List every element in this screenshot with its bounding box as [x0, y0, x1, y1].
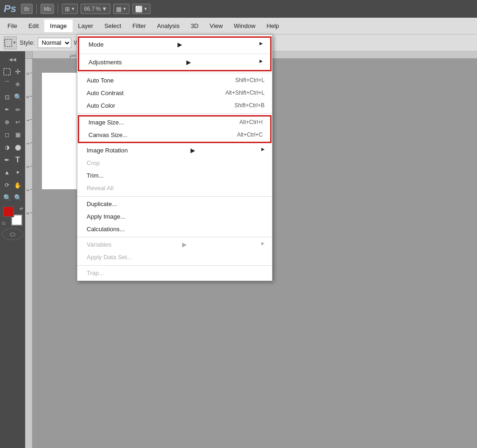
canvas-size-label: Canvas Size...: [89, 131, 128, 139]
screen-mode-icon[interactable]: ⬜ ▼: [132, 4, 150, 14]
title-bar: Ps Br Mb ⊞ ▼ 66.7 % ▼ ▦ ▼ ⬜ ▼: [0, 0, 477, 18]
3d-rotate-tool[interactable]: ⟳: [2, 179, 12, 191]
eyedropper-tool[interactable]: 🔍: [13, 91, 23, 103]
menu-item-apply-image[interactable]: Apply Image...: [77, 211, 272, 223]
menu-image[interactable]: Image: [44, 20, 72, 32]
tool-pair-9: ▲ ✦: [2, 166, 23, 179]
workspace-icon[interactable]: ▦ ▼: [113, 4, 129, 14]
zoom-tool[interactable]: 🔍: [2, 192, 12, 204]
ruler-corner: [25, 51, 33, 59]
clone-tool[interactable]: ⊕: [2, 116, 12, 128]
apply-data-set-label: Apply Data Set...: [87, 254, 132, 262]
separator-6: [77, 265, 272, 266]
menu-select[interactable]: Select: [99, 20, 127, 32]
tool-pair-7: ◑ ⬤: [2, 141, 23, 153]
layout-icon[interactable]: ⊞ ▼: [62, 4, 78, 14]
menu-item-apply-data-set: Apply Data Set...: [77, 251, 272, 264]
auto-tone-label: Auto Tone: [87, 77, 114, 85]
mini-bridge-button[interactable]: Mb: [41, 4, 54, 14]
tool-pair-2: ⌒ ✳: [2, 78, 23, 90]
menu-item-variables: Variables ▶: [77, 239, 272, 251]
zoom-percent: %: [95, 6, 101, 12]
menu-item-duplicate[interactable]: Duplicate...: [77, 198, 272, 211]
blur-tool[interactable]: ⬤: [13, 141, 23, 153]
menu-item-auto-color[interactable]: Auto Color Shift+Ctrl+B: [77, 100, 272, 112]
adjustments-label: Adjustments: [89, 59, 122, 67]
eraser-tool[interactable]: ◻: [2, 129, 12, 141]
pen-tool[interactable]: ✒: [2, 154, 12, 166]
dodge-tool[interactable]: ◑: [2, 141, 12, 153]
healing-tool[interactable]: ✒: [2, 103, 12, 116]
image-rotation-label: Image Rotation: [87, 147, 128, 155]
title-separator: [36, 4, 37, 14]
menu-file[interactable]: File: [2, 20, 23, 32]
trap-label: Trap...: [87, 269, 104, 277]
menu-item-auto-tone[interactable]: Auto Tone Shift+Ctrl+L: [77, 75, 272, 87]
menu-item-adjustments[interactable]: Adjustments ▶: [79, 56, 270, 69]
menu-item-trim[interactable]: Trim...: [77, 170, 272, 182]
menu-item-calculations[interactable]: Calculations...: [77, 223, 272, 236]
path-select-tool[interactable]: ▲: [2, 166, 12, 179]
tool-pair-5: ⊕ ↩: [2, 116, 23, 128]
marquee-tool[interactable]: [2, 66, 12, 78]
menu-item-image-rotation[interactable]: Image Rotation ▶: [77, 145, 272, 157]
menu-item-auto-contrast[interactable]: Auto Contrast Alt+Shift+Ctrl+L: [77, 87, 272, 100]
foreground-color-swatch[interactable]: [3, 206, 14, 217]
menu-analysis[interactable]: Analysis: [151, 20, 185, 32]
move-tool[interactable]: ✛: [13, 66, 23, 78]
trim-label: Trim...: [87, 172, 103, 180]
tool-pair-10: ⟳ ✋: [2, 179, 23, 191]
menu-item-mode[interactable]: Mode ▶: [79, 39, 270, 51]
bridge-button[interactable]: Br: [21, 4, 33, 14]
menu-filter[interactable]: Filter: [127, 20, 151, 32]
separator-4: [77, 196, 272, 197]
brush-tool[interactable]: ✏: [13, 103, 23, 116]
v-ruler-label-100: 1: [26, 119, 30, 121]
adjustments-arrow: ▶: [186, 59, 191, 67]
image-dropdown-menu: Mode ▶ Adjustments ▶ Auto Tone Shift+Ctr…: [77, 34, 273, 281]
tool-pair-8: ✒ T: [2, 154, 23, 166]
separator-2: [77, 73, 272, 73]
type-tool[interactable]: T: [13, 154, 23, 166]
v-ruler-label-0: 0: [26, 73, 30, 75]
lasso-tool[interactable]: ⌒: [2, 78, 12, 90]
menu-edit[interactable]: Edit: [23, 20, 44, 32]
zoom-tool-2[interactable]: 🔍: [13, 192, 23, 204]
auto-contrast-label: Auto Contrast: [87, 90, 124, 97]
swap-colors-icon[interactable]: ⇄: [20, 206, 23, 211]
menu-window[interactable]: Window: [228, 20, 261, 32]
zoom-display[interactable]: 66.7 % ▼: [81, 4, 110, 14]
hand-tool[interactable]: ✋: [13, 179, 23, 191]
menu-item-image-size[interactable]: Image Size... Alt+Ctrl+I: [79, 117, 270, 129]
reveal-all-label: Reveal All: [87, 185, 114, 193]
separator-3: [77, 113, 272, 114]
selection-tool-icon[interactable]: ▼: [4, 36, 17, 49]
gradient-tool[interactable]: ▦: [13, 129, 23, 141]
menu-layer[interactable]: Layer: [73, 20, 99, 32]
canvas-size-shortcut: Alt+Ctrl+C: [237, 131, 263, 139]
shape-tool[interactable]: ✦: [13, 166, 23, 179]
svg-rect-0: [5, 39, 12, 46]
svg-rect-1: [4, 69, 10, 75]
separator-1: [79, 54, 270, 54]
menu-3d[interactable]: 3D: [185, 20, 204, 32]
separator-5: [77, 237, 272, 237]
v-ruler-label-300: 3: [26, 213, 30, 214]
vertical-ruler: 0 5 1 1 2 2 3: [25, 59, 33, 448]
menu-item-canvas-size[interactable]: Canvas Size... Alt+Ctrl+C: [79, 129, 270, 142]
calculations-label: Calculations...: [87, 226, 125, 234]
quick-mask-button[interactable]: ⬭: [2, 228, 23, 240]
crop-tool[interactable]: ⊡: [2, 91, 12, 103]
history-brush-tool[interactable]: ↩: [13, 116, 23, 128]
style-select[interactable]: Normal: [38, 38, 71, 48]
apply-image-label: Apply Image...: [87, 213, 125, 221]
menu-help[interactable]: Help: [261, 20, 285, 32]
default-colors-icon[interactable]: ⊡: [2, 221, 6, 226]
tool-pair-4: ✒ ✏: [2, 103, 23, 116]
menu-view[interactable]: View: [204, 20, 228, 32]
tool-pair-1: ✛: [2, 66, 23, 78]
magic-wand-tool[interactable]: ✳: [13, 78, 23, 90]
tool-pair-3: ⊡ 🔍: [2, 91, 23, 103]
collapse-panel-button[interactable]: ◀◀: [2, 53, 23, 65]
auto-color-shortcut: Shift+Ctrl+B: [234, 102, 265, 110]
